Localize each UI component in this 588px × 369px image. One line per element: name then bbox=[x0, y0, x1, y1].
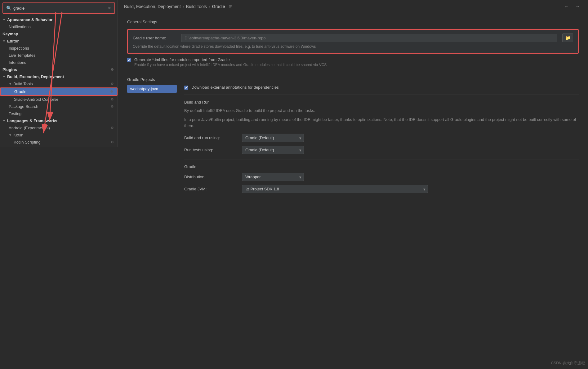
chevron-down-icon: ▼ bbox=[2, 119, 6, 122]
build-and-run-title: Build and Run bbox=[184, 100, 579, 104]
sidebar-item-android[interactable]: Android (Experimental) ⚙ bbox=[0, 124, 118, 131]
sidebar-item-label: Gradle-Android Compiler bbox=[14, 97, 58, 102]
divider bbox=[127, 72, 579, 72]
build-run-using-label: Build and run using: bbox=[184, 136, 237, 140]
build-run-select-wrapper: Gradle (Default) IntelliJ IDEA bbox=[242, 134, 304, 142]
divider2 bbox=[184, 95, 579, 95]
breadcrumb-separator: › bbox=[209, 4, 210, 9]
project-list: wechatpay-java bbox=[127, 85, 177, 197]
chevron-down-icon: ▼ bbox=[9, 82, 12, 86]
sidebar-item-gradle-android[interactable]: Gradle-Android Compiler ⚙ bbox=[0, 96, 118, 103]
back-button[interactable]: ← bbox=[562, 3, 571, 10]
gradle-jvm-label: Gradle JVM: bbox=[184, 187, 237, 191]
sidebar-item-keymap[interactable]: Keymap bbox=[0, 30, 118, 38]
sidebar-item-languages[interactable]: ▼ Languages & Frameworks bbox=[0, 117, 118, 124]
project-item-wechatpay[interactable]: wechatpay-java bbox=[127, 85, 177, 93]
watermark: CSDN @大白守进程 bbox=[551, 361, 585, 366]
sidebar-item-label: Android (Experimental) bbox=[9, 126, 50, 130]
settings-icon: ⚙ bbox=[111, 68, 114, 72]
generate-iml-checkbox[interactable] bbox=[127, 58, 131, 62]
gradle-projects-area: wechatpay-java Download external annotat… bbox=[127, 85, 579, 197]
gradle-home-input[interactable] bbox=[181, 34, 557, 42]
download-annotations-row: Download external annotations for depend… bbox=[184, 85, 579, 90]
run-tests-using-row: Run tests using: Gradle (Default) Intell… bbox=[184, 146, 579, 154]
chevron-down-icon: ▼ bbox=[9, 133, 12, 137]
nav-buttons: ← → bbox=[562, 3, 582, 10]
gradle-settings-panel: General Settings Gradle user home: 📁 Ove… bbox=[118, 13, 588, 209]
search-input[interactable] bbox=[13, 6, 108, 11]
settings-icon: ⚙ bbox=[111, 126, 114, 130]
sidebar-item-package-search[interactable]: Package Search ⚙ bbox=[0, 103, 118, 110]
sidebar-item-label: Intentions bbox=[9, 60, 26, 65]
divider3 bbox=[184, 159, 579, 159]
sidebar-item-live-templates[interactable]: Live Templates bbox=[0, 52, 118, 59]
browse-button[interactable]: 📁 bbox=[562, 33, 573, 42]
download-annotations-checkbox[interactable] bbox=[184, 86, 188, 90]
breadcrumb-build-tools[interactable]: Build Tools bbox=[186, 4, 207, 9]
sidebar-nav: ▼ Appearance & Behavior Notifications Ke… bbox=[0, 15, 118, 147]
forward-button[interactable]: → bbox=[573, 3, 582, 10]
sidebar-item-kotlin[interactable]: ▼ Kotlin bbox=[0, 131, 118, 139]
run-tests-select-wrapper: Gradle (Default) IntelliJ IDEA bbox=[242, 146, 304, 154]
build-run-desc1: By default IntelliJ IDEA uses Gradle to … bbox=[184, 108, 579, 114]
generate-iml-row: Generate *.iml files for modules importe… bbox=[127, 57, 579, 67]
run-tests-using-label: Run tests using: bbox=[184, 148, 237, 152]
sidebar-item-appearance[interactable]: ▼ Appearance & Behavior bbox=[0, 16, 118, 23]
sidebar-item-intentions[interactable]: Intentions bbox=[0, 59, 118, 66]
gradle-jvm-select-wrapper: 🗂 Project SDK 1.8 Other SDK versions bbox=[242, 185, 428, 193]
clear-search-button[interactable]: ✕ bbox=[108, 6, 111, 11]
build-run-desc2: In a pure Java/Kotlin project, building … bbox=[184, 117, 579, 129]
gradle-projects-title: Gradle Projects bbox=[127, 77, 579, 82]
sidebar-item-editor[interactable]: ▼ Editor bbox=[0, 38, 118, 45]
general-settings-title: General Settings bbox=[127, 20, 579, 24]
breadcrumb-separator: › bbox=[183, 4, 184, 9]
distribution-select[interactable]: Wrapper Local installation Specified loc… bbox=[242, 173, 304, 181]
sidebar-item-label: Languages & Frameworks bbox=[7, 118, 57, 123]
sidebar-item-gradle[interactable]: Gradle ⚙ bbox=[0, 87, 118, 96]
search-bar: 🔍 ✕ bbox=[2, 2, 115, 14]
distribution-row: Distribution: Wrapper Local installation… bbox=[184, 173, 579, 181]
run-tests-using-select[interactable]: Gradle (Default) IntelliJ IDEA bbox=[242, 146, 304, 154]
breadcrumb-build-execution[interactable]: Build, Execution, Deployment bbox=[124, 4, 181, 9]
sidebar-item-kotlin-scripting[interactable]: Kotlin Scripting ⚙ bbox=[0, 139, 118, 146]
sidebar-item-build-tools[interactable]: ▼ Build Tools ⚙ bbox=[0, 80, 118, 87]
settings-icon: ⚙ bbox=[111, 82, 114, 86]
settings-icon: ⚙ bbox=[110, 90, 113, 94]
override-description: Override the default location where Grad… bbox=[133, 44, 573, 49]
build-run-using-select[interactable]: Gradle (Default) IntelliJ IDEA bbox=[242, 134, 304, 142]
page-icon: ⊞ bbox=[229, 4, 233, 9]
gradle-jvm-select[interactable]: 🗂 Project SDK 1.8 Other SDK versions bbox=[242, 185, 428, 193]
breadcrumb-bar: Build, Execution, Deployment › Build Too… bbox=[118, 0, 588, 13]
sidebar-item-label: Editor bbox=[7, 39, 19, 43]
sidebar-item-testing[interactable]: Testing bbox=[0, 110, 118, 117]
breadcrumb-current: Gradle bbox=[212, 4, 225, 9]
sidebar-item-label: Testing bbox=[9, 111, 21, 116]
sidebar-item-inspections[interactable]: Inspections bbox=[0, 45, 118, 52]
gradle-home-label: Gradle user home: bbox=[133, 36, 176, 40]
sidebar-item-label: Package Search bbox=[9, 104, 38, 109]
gradle-jvm-row: Gradle JVM: 🗂 Project SDK 1.8 Other SDK … bbox=[184, 185, 579, 193]
settings-sidebar: 🔍 ✕ ▼ Appearance & Behavior Notification… bbox=[0, 0, 118, 147]
sidebar-item-build-execution[interactable]: ▼ Build, Execution, Deployment bbox=[0, 73, 118, 80]
sidebar-item-label: Keymap bbox=[2, 32, 18, 36]
distribution-label: Distribution: bbox=[184, 175, 237, 179]
gradle-home-row: Gradle user home: 📁 bbox=[133, 33, 573, 42]
chevron-down-icon: ▼ bbox=[2, 75, 6, 78]
generate-iml-sublabel: Enable if you have a mixed project with … bbox=[134, 63, 327, 67]
sidebar-item-label: Notifications bbox=[9, 24, 31, 29]
chevron-down-icon: ▼ bbox=[2, 39, 6, 43]
settings-icon: ⚙ bbox=[111, 97, 114, 101]
sidebar-item-notifications[interactable]: Notifications bbox=[0, 23, 118, 30]
breadcrumb: Build, Execution, Deployment › Build Too… bbox=[124, 4, 233, 9]
search-icon: 🔍 bbox=[6, 6, 11, 11]
sidebar-item-label: Build, Execution, Deployment bbox=[7, 74, 64, 79]
settings-icon: ⚙ bbox=[111, 140, 114, 144]
sidebar-item-label: Kotlin bbox=[13, 133, 24, 137]
gradle-section-title: Gradle bbox=[184, 164, 579, 169]
sidebar-item-label: Live Templates bbox=[9, 53, 35, 58]
generate-iml-label: Generate *.iml files for modules importe… bbox=[134, 57, 327, 62]
chevron-down-icon: ▼ bbox=[2, 18, 6, 21]
sidebar-item-plugins[interactable]: Plugins ⚙ bbox=[0, 66, 118, 73]
download-annotations-label: Download external annotations for depend… bbox=[191, 85, 279, 90]
sidebar-item-label: Kotlin Scripting bbox=[14, 140, 41, 144]
